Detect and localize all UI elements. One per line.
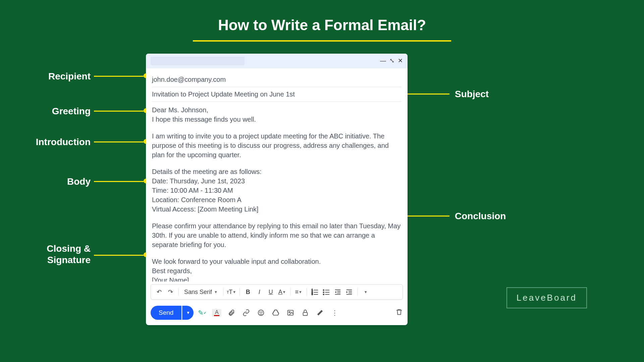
- image-icon[interactable]: [286, 309, 295, 316]
- redo-icon[interactable]: ↷: [166, 288, 175, 296]
- subject-placeholder-pill: [151, 57, 245, 65]
- svg-point-22: [262, 312, 262, 312]
- undo-icon[interactable]: ↶: [154, 288, 164, 296]
- toolbar-divider: [357, 288, 358, 296]
- annotation-closing-2: Signature: [17, 254, 91, 266]
- bold-icon[interactable]: B: [243, 289, 253, 296]
- caret-down-icon: ▼: [214, 290, 218, 294]
- toolbar-divider: [307, 288, 307, 296]
- recipient-field[interactable]: john.doe@company.com: [152, 72, 401, 87]
- body-date: Date: Thursday, June 1st, 2023: [152, 177, 245, 185]
- link-icon[interactable]: [242, 309, 251, 316]
- conclusion-paragraph: Please confirm your attendance by replyi…: [152, 221, 401, 249]
- annotation-recipient: Recipient: [17, 71, 91, 82]
- intro-paragraph: I am writing to invite you to a project …: [152, 131, 401, 160]
- toolbar-divider: [239, 288, 240, 296]
- more-formatting-dropdown[interactable]: ▼: [361, 290, 370, 294]
- annotation-subject: Subject: [455, 88, 489, 100]
- connector-line: [94, 111, 144, 112]
- more-options-icon[interactable]: ⋮: [330, 309, 339, 317]
- closing-name: [Your Name]: [152, 277, 189, 282]
- signature-icon[interactable]: [316, 309, 324, 316]
- email-window-header: — ⤡ ✕: [146, 54, 408, 68]
- svg-point-24: [289, 311, 290, 313]
- toolbar-divider: [223, 288, 223, 296]
- connector-line: [94, 76, 144, 77]
- svg-point-20: [258, 310, 264, 316]
- send-button[interactable]: Send: [151, 306, 181, 320]
- underline-icon[interactable]: U: [266, 289, 275, 296]
- svg-point-8: [323, 292, 324, 293]
- attachment-icon[interactable]: [227, 309, 236, 316]
- font-family-dropdown[interactable]: Sans Serif ▼: [182, 289, 220, 296]
- minimize-icon[interactable]: —: [380, 57, 386, 64]
- title-underline: [193, 40, 451, 42]
- body-location: Location: Conference Room A: [152, 196, 241, 203]
- connector-line: [406, 216, 449, 217]
- subject-field[interactable]: Invitation to Project Update Meeting on …: [152, 87, 401, 102]
- connector-line: [94, 255, 144, 256]
- text-color-icon[interactable]: A: [212, 309, 221, 317]
- indent-decrease-icon[interactable]: [333, 288, 342, 296]
- svg-point-6: [323, 290, 324, 291]
- confidential-icon[interactable]: [301, 309, 310, 316]
- email-compose-window: — ⤡ ✕ john.doe@company.com Invitation to…: [146, 54, 408, 325]
- email-body-editor[interactable]: Dear Ms. Johnson, I hope this message fi…: [146, 102, 408, 282]
- bullet-list-icon[interactable]: [322, 288, 331, 296]
- connector-line: [94, 141, 144, 142]
- closing-forward: We look forward to your valuable input a…: [152, 258, 321, 265]
- toolbar-divider: [290, 288, 290, 296]
- connector-line: [94, 181, 144, 182]
- close-icon[interactable]: ✕: [398, 57, 403, 64]
- annotation-closing-1: Closing &: [17, 243, 91, 254]
- numbered-list-icon[interactable]: 123: [310, 288, 320, 296]
- send-options-dropdown[interactable]: ▼: [182, 306, 194, 320]
- annotation-introduction: Introduction: [17, 136, 91, 148]
- annotation-greeting: Greeting: [17, 106, 91, 117]
- bottom-bar: Send ▼ ✎✔ A: [151, 306, 403, 320]
- body-header: Details of the meeting are as follows:: [152, 168, 262, 175]
- indent-increase-icon[interactable]: [344, 288, 354, 296]
- body-virtual: Virtual Access: [Zoom Meeting Link]: [152, 205, 259, 213]
- svg-rect-25: [303, 312, 308, 315]
- italic-icon[interactable]: I: [255, 289, 264, 296]
- font-size-dropdown[interactable]: тT ▼: [227, 289, 236, 296]
- body-time: Time: 10:00 AM - 11:30 AM: [152, 187, 233, 194]
- greeting-line-2: I hope this message finds you well.: [152, 116, 256, 123]
- emoji-icon[interactable]: [257, 309, 265, 316]
- format-toolbar: ↶ ↷ Sans Serif ▼ тT ▼ B I U A ▼ ≡ ▼ 123: [151, 284, 403, 300]
- toolbar-divider: [178, 288, 179, 296]
- drive-icon[interactable]: [271, 309, 280, 316]
- text-color-dropdown[interactable]: A ▼: [277, 289, 287, 296]
- page-title: How to Write a Formal Email?: [218, 17, 426, 34]
- font-family-label: Sans Serif: [184, 289, 212, 296]
- collapse-icon[interactable]: ⤡: [389, 57, 394, 64]
- closing-regards: Best regards,: [152, 267, 192, 275]
- annotation-body: Body: [17, 176, 91, 187]
- annotation-conclusion: Conclusion: [455, 210, 506, 222]
- svg-point-21: [260, 312, 261, 312]
- greeting-line-1: Dear Ms. Johnson,: [152, 106, 208, 114]
- svg-point-10: [323, 294, 324, 295]
- align-dropdown[interactable]: ≡ ▼: [294, 289, 303, 296]
- trash-icon[interactable]: [395, 308, 403, 317]
- ai-compose-icon[interactable]: ✎✔: [198, 309, 206, 317]
- brand-logo: LeaveBoard: [506, 287, 587, 308]
- svg-text:3: 3: [312, 293, 313, 295]
